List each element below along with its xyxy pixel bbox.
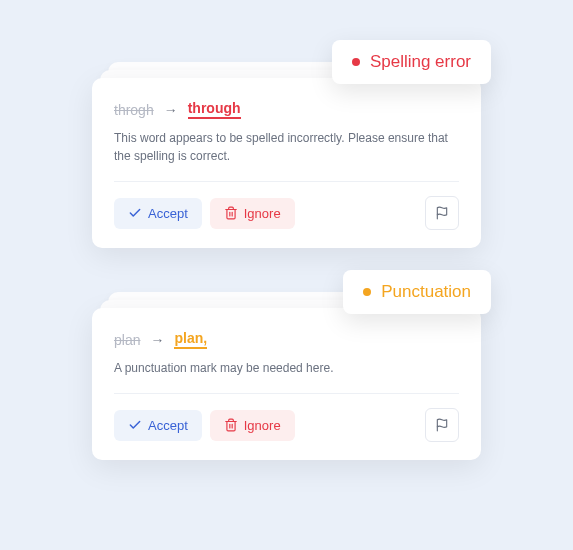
accept-button[interactable]: Accept [114,410,202,441]
ignore-button[interactable]: Ignore [210,410,295,441]
suggestion-card-stack: Spelling error throgh → through This wor… [18,78,555,248]
old-word: throgh [114,102,154,118]
dot-icon [363,288,371,296]
suggestion-card-stack: Punctuation plan → plan, A punctuation m… [18,308,555,460]
badge-label: Punctuation [381,282,471,302]
divider [114,393,459,394]
correction-line: throgh → through [114,100,459,119]
accept-button[interactable]: Accept [114,198,202,229]
old-word: plan [114,332,140,348]
suggestion-card: Punctuation plan → plan, A punctuation m… [92,308,481,460]
trash-icon [224,206,238,220]
new-word: plan, [174,330,207,349]
dot-icon [352,58,360,66]
badge-label: Spelling error [370,52,471,72]
suggestion-description: A punctuation mark may be needed here. [114,359,459,377]
divider [114,181,459,182]
error-type-badge: Spelling error [332,40,491,84]
action-row: Accept Ignore [114,196,459,230]
flag-icon [435,206,449,220]
arrow-icon: → [164,102,178,118]
check-icon [128,418,142,432]
new-word: through [188,100,241,119]
suggestion-card: Spelling error throgh → through This wor… [92,78,481,248]
arrow-icon: → [150,332,164,348]
error-type-badge: Punctuation [343,270,491,314]
correction-line: plan → plan, [114,330,459,349]
suggestion-description: This word appears to be spelled incorrec… [114,129,459,165]
action-row: Accept Ignore [114,408,459,442]
ignore-button[interactable]: Ignore [210,198,295,229]
flag-button[interactable] [425,196,459,230]
ignore-label: Ignore [244,206,281,221]
ignore-label: Ignore [244,418,281,433]
trash-icon [224,418,238,432]
accept-label: Accept [148,206,188,221]
check-icon [128,206,142,220]
accept-label: Accept [148,418,188,433]
flag-button[interactable] [425,408,459,442]
flag-icon [435,418,449,432]
